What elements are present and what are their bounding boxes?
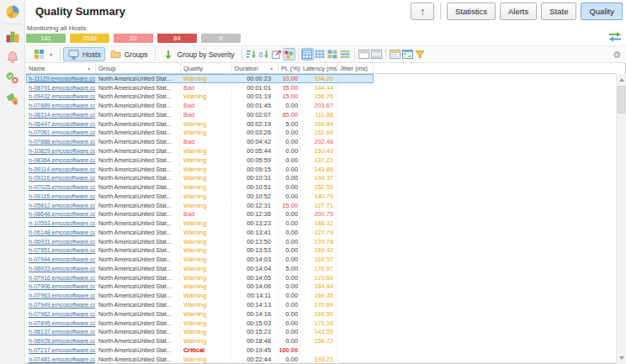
table-row[interactable]: h-09432.emcosoftware.comNorth America\Un… bbox=[26, 92, 374, 102]
state-circles-icon[interactable] bbox=[3, 69, 22, 87]
table-row[interactable]: h-06931.emcosoftware.comNorth America\Un… bbox=[26, 237, 374, 246]
host-link[interactable]: h-07906.emcosoftware.com bbox=[29, 282, 96, 290]
host-link[interactable]: h-06931.emcosoftware.com bbox=[29, 238, 96, 245]
host-link[interactable]: h-06148.emcosoftware.com bbox=[29, 229, 96, 236]
view-button-state[interactable]: State bbox=[541, 3, 576, 20]
view-button-alerts[interactable]: Alerts bbox=[500, 3, 537, 20]
view-button-statistics[interactable]: Statistics bbox=[447, 3, 496, 20]
vertical-scrollbar[interactable] bbox=[616, 74, 626, 364]
view-list-icon[interactable] bbox=[339, 48, 352, 61]
column-header-name[interactable]: Name ▲ bbox=[26, 64, 96, 73]
table-row[interactable]: h-07916.emcosoftware.comNorth America\Un… bbox=[26, 273, 374, 282]
swap-arrows-icon[interactable] bbox=[608, 30, 622, 41]
host-link[interactable]: h-06314.emcosoftware.com bbox=[29, 111, 96, 119]
table-row[interactable]: h-08364.emcosoftware.comNorth America\Un… bbox=[26, 156, 374, 165]
table-colored-icon[interactable] bbox=[401, 48, 414, 61]
table-row[interactable]: h-07906.emcosoftware.comNorth America\Un… bbox=[26, 282, 374, 292]
host-link[interactable]: h-06137.emcosoftware.com bbox=[29, 328, 96, 335]
host-link[interactable]: h-07944.emcosoftware.com bbox=[29, 256, 96, 263]
table-row[interactable]: h-07895.emcosoftware.comNorth America\Un… bbox=[26, 319, 374, 328]
table-row[interactable]: h-08791.emcosoftware.comNorth America\Un… bbox=[26, 83, 374, 92]
view-small-tiles-icon[interactable] bbox=[314, 48, 326, 61]
host-link[interactable]: h-07951.emcosoftware.com bbox=[29, 246, 96, 254]
view-table-icon[interactable] bbox=[301, 48, 314, 61]
column-header-pl[interactable]: PL (%) bbox=[279, 64, 300, 73]
table-row[interactable]: h-07025.emcosoftware.comNorth America\Un… bbox=[26, 182, 374, 192]
table-row[interactable]: h-09116.emcosoftware.comNorth America\Un… bbox=[26, 173, 374, 182]
table-row[interactable]: h-07217.emcosoftware.comNorth America\Un… bbox=[26, 346, 374, 355]
settings-gear-icon[interactable]: ⚙ bbox=[613, 49, 621, 61]
column-header-latency[interactable]: Latency (ms) bbox=[300, 64, 337, 73]
group-by-severity-button[interactable]: Group by Severity bbox=[158, 47, 239, 61]
host-link[interactable]: h-07963.emcosoftware.com bbox=[29, 292, 96, 299]
table-row[interactable]: h-07481.emcosoftware.comNorth America\Un… bbox=[26, 355, 374, 364]
host-link[interactable]: h-06928.emcosoftware.com bbox=[29, 337, 96, 345]
scroll-up-icon[interactable] bbox=[619, 78, 624, 82]
open-in-window-icon[interactable] bbox=[270, 48, 283, 61]
host-link[interactable]: h-08364.emcosoftware.com bbox=[29, 156, 96, 164]
sort-ascending-icon[interactable] bbox=[245, 48, 257, 61]
column-header-quality[interactable]: Quality bbox=[181, 64, 232, 73]
table-row[interactable]: h-09115.emcosoftware.comNorth America\Un… bbox=[26, 192, 374, 201]
table-row[interactable]: h-07944.emcosoftware.comNorth America\Un… bbox=[26, 255, 374, 264]
table-row[interactable]: h-07888.emcosoftware.comNorth America\Un… bbox=[26, 137, 374, 146]
host-link[interactable]: h-08648.emcosoftware.com bbox=[29, 210, 96, 218]
groups-toggle-button[interactable]: Groups bbox=[105, 47, 152, 61]
table-row[interactable]: h-10829.emcosoftware.comNorth America\Un… bbox=[26, 146, 374, 156]
panel-top-icon[interactable] bbox=[358, 48, 370, 61]
host-link[interactable]: h-09116.emcosoftware.com bbox=[29, 174, 96, 182]
table-row[interactable]: h-06928.emcosoftware.comNorth America\Un… bbox=[26, 336, 374, 346]
table-row[interactable]: h-07889.emcosoftware.comNorth America\Un… bbox=[26, 101, 374, 110]
column-header-duration[interactable]: Duration ▲ bbox=[232, 64, 279, 73]
column-header-group[interactable]: Group bbox=[96, 64, 181, 73]
table-row[interactable]: h-07061.emcosoftware.comNorth America\Un… bbox=[26, 129, 374, 138]
table-row[interactable]: h-07963.emcosoftware.comNorth America\Un… bbox=[26, 291, 374, 300]
customize-darts-icon[interactable] bbox=[3, 90, 22, 108]
column-header-jitter[interactable]: Jitter (ms) bbox=[337, 64, 374, 73]
table-row[interactable]: h-08648.emcosoftware.comNorth America\Un… bbox=[26, 209, 374, 219]
table-row[interactable]: h-10553.emcosoftware.comNorth America\Un… bbox=[26, 219, 374, 228]
table-row[interactable]: h-06933.emcosoftware.comNorth America\Un… bbox=[26, 264, 374, 273]
host-link[interactable]: h-07061.emcosoftware.com bbox=[29, 129, 96, 136]
host-link[interactable]: h-07217.emcosoftware.com bbox=[29, 346, 96, 354]
table-row[interactable]: h-09114.emcosoftware.comNorth America\Un… bbox=[26, 165, 374, 174]
view-selector-dropdown[interactable]: ▼ bbox=[29, 47, 57, 61]
host-link[interactable]: h-11129.emcosoftware.com bbox=[29, 75, 96, 82]
table-row[interactable]: h-06447.emcosoftware.comNorth America\Un… bbox=[26, 119, 374, 129]
scroll-down-icon[interactable] bbox=[619, 356, 624, 360]
host-link[interactable]: h-10553.emcosoftware.com bbox=[29, 219, 96, 227]
sort-numeric-icon[interactable]: 8 bbox=[257, 48, 270, 61]
table-row[interactable]: h-07951.emcosoftware.comNorth America\Un… bbox=[26, 246, 374, 256]
host-link[interactable]: h-07949.emcosoftware.com bbox=[29, 301, 96, 309]
panel-rows-icon[interactable] bbox=[370, 48, 383, 61]
host-link[interactable]: h-05812.emcosoftware.com bbox=[29, 202, 96, 209]
alerts-bell-icon[interactable] bbox=[3, 48, 22, 66]
host-link[interactable]: h-07962.emcosoftware.com bbox=[29, 310, 96, 318]
collapse-up-button[interactable]: ↑ bbox=[411, 3, 434, 20]
hosts-toggle-button[interactable]: Hosts bbox=[63, 47, 105, 61]
statistics-bars-icon[interactable] bbox=[3, 27, 22, 45]
table-row[interactable]: h-05812.emcosoftware.comNorth America\Un… bbox=[26, 201, 374, 210]
table-row[interactable]: h-07949.emcosoftware.comNorth America\Un… bbox=[26, 300, 374, 309]
host-link[interactable]: h-07025.emcosoftware.com bbox=[29, 183, 96, 191]
host-link[interactable]: h-09432.emcosoftware.com bbox=[29, 92, 96, 100]
host-link[interactable]: h-07916.emcosoftware.com bbox=[29, 274, 96, 282]
host-link[interactable]: h-07889.emcosoftware.com bbox=[29, 102, 96, 109]
host-link[interactable]: h-06447.emcosoftware.com bbox=[29, 120, 96, 128]
host-link[interactable]: h-09114.emcosoftware.com bbox=[29, 166, 96, 173]
view-button-quality[interactable]: Quality bbox=[581, 3, 623, 20]
table-row[interactable]: h-06314.emcosoftware.comNorth America\Un… bbox=[26, 110, 374, 119]
severity-colors-toggle-icon[interactable] bbox=[283, 48, 295, 61]
scrollbar-thumb[interactable] bbox=[618, 86, 625, 113]
table-row[interactable]: h-06137.emcosoftware.comNorth America\Un… bbox=[26, 327, 374, 336]
host-link[interactable]: h-07481.emcosoftware.com bbox=[29, 356, 96, 363]
host-link[interactable]: h-07895.emcosoftware.com bbox=[29, 319, 96, 327]
table-row[interactable]: h-11129.emcosoftware.comNorth America\Un… bbox=[26, 74, 374, 83]
table-row[interactable]: h-06148.emcosoftware.comNorth America\Un… bbox=[26, 228, 374, 237]
host-link[interactable]: h-09115.emcosoftware.com bbox=[29, 193, 96, 200]
card-header-icon[interactable] bbox=[389, 48, 401, 61]
host-link[interactable]: h-06933.emcosoftware.com bbox=[29, 265, 96, 272]
filter-funnel-icon[interactable] bbox=[414, 48, 427, 61]
host-link[interactable]: h-08791.emcosoftware.com bbox=[29, 84, 96, 92]
table-row[interactable]: h-07962.emcosoftware.comNorth America\Un… bbox=[26, 309, 374, 319]
